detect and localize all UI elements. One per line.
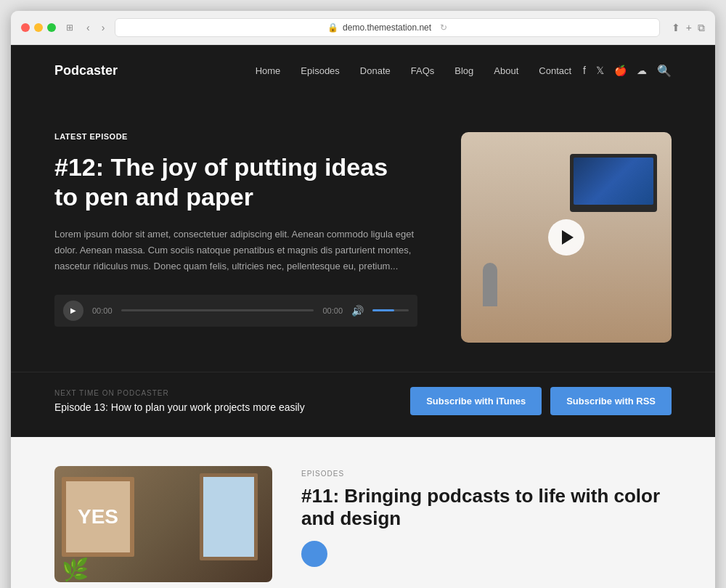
subscribe-buttons: Subscribe with iTunes Subscribe with RSS bbox=[410, 387, 672, 415]
twitter-icon[interactable]: 𝕏 bbox=[596, 65, 604, 76]
address-bar[interactable]: 🔒 demo.themestation.net ↻ bbox=[115, 18, 659, 37]
site-logo[interactable]: Podcaster bbox=[54, 63, 118, 78]
latest-episode-label: Latest Episode bbox=[54, 132, 417, 141]
monitor-shape bbox=[570, 154, 657, 212]
episode-avatar bbox=[301, 541, 327, 567]
play-triangle-icon bbox=[562, 230, 574, 245]
volume-bar[interactable] bbox=[372, 309, 409, 311]
microphone-shape bbox=[483, 263, 497, 306]
website-content: Podcaster Home Episodes Donate FAQs Blog… bbox=[11, 45, 715, 588]
share-button[interactable]: ⬆ bbox=[672, 22, 680, 34]
episode-info: EPISODES #11: Bringing podcasts to life … bbox=[301, 466, 672, 582]
back-button[interactable]: ‹ bbox=[83, 20, 93, 35]
browser-nav: ‹ › bbox=[83, 20, 107, 35]
nav-home[interactable]: Home bbox=[256, 65, 281, 76]
volume-fill bbox=[372, 309, 394, 311]
nav-contact[interactable]: Contact bbox=[539, 65, 571, 76]
episode-tag: EPISODES bbox=[301, 470, 672, 478]
progress-bar[interactable] bbox=[121, 309, 314, 311]
new-tab-button[interactable]: + bbox=[686, 22, 692, 34]
episode-thumbnail: YES 🌿 bbox=[54, 466, 272, 582]
window-icon-btn[interactable]: ⊞ bbox=[66, 23, 73, 33]
nav-faqs[interactable]: FAQs bbox=[411, 65, 435, 76]
forward-button[interactable]: › bbox=[99, 20, 108, 35]
facebook-icon[interactable]: f bbox=[583, 65, 586, 76]
hero-section: Latest Episode #12: The joy of putting i… bbox=[11, 96, 715, 372]
time-current: 00:00 bbox=[92, 306, 113, 315]
social-icons: f 𝕏 🍎 ☁ 🔍 bbox=[583, 64, 672, 78]
browser-window: ⊞ ‹ › 🔒 demo.themestation.net ↻ ⬆ + ⧉ Po… bbox=[11, 11, 715, 588]
plant-icon: 🌿 bbox=[62, 557, 89, 582]
browser-action-buttons: ⬆ + ⧉ bbox=[672, 22, 705, 34]
subscribe-itunes-button[interactable]: Subscribe with iTunes bbox=[410, 387, 542, 415]
frame-blue bbox=[200, 473, 258, 560]
video-play-button[interactable] bbox=[548, 219, 584, 256]
time-total: 00:00 bbox=[322, 306, 343, 315]
apple-icon[interactable]: 🍎 bbox=[614, 65, 627, 76]
hero-image bbox=[461, 132, 672, 343]
next-episode-info: NEXT TIME ON PODCASTER Episode 13: How t… bbox=[54, 389, 305, 413]
soundcloud-icon[interactable]: ☁ bbox=[637, 65, 647, 76]
next-episode-label: NEXT TIME ON PODCASTER bbox=[54, 389, 305, 397]
browser-toolbar: ⊞ ‹ › 🔒 demo.themestation.net ↻ ⬆ + ⧉ bbox=[11, 11, 715, 45]
close-dot[interactable] bbox=[21, 23, 30, 32]
hero-content: Latest Episode #12: The joy of putting i… bbox=[54, 132, 417, 327]
refresh-icon[interactable]: ↻ bbox=[440, 23, 447, 33]
audio-player: ▶ 00:00 00:00 🔊 bbox=[54, 295, 417, 327]
search-icon[interactable]: 🔍 bbox=[657, 64, 672, 78]
frame-yes: YES bbox=[62, 477, 134, 557]
next-episode-bar: NEXT TIME ON PODCASTER Episode 13: How t… bbox=[11, 372, 715, 437]
hero-description: Lorem ipsum dolor sit amet, consectetuer… bbox=[54, 226, 417, 274]
nav-blog[interactable]: Blog bbox=[454, 65, 473, 76]
minimize-dot[interactable] bbox=[34, 23, 43, 32]
window-controls bbox=[21, 23, 56, 32]
fullscreen-dot[interactable] bbox=[47, 23, 56, 32]
monitor-screen bbox=[574, 158, 653, 205]
next-episode-title: Episode 13: How to plan your work projec… bbox=[54, 401, 305, 413]
volume-icon[interactable]: 🔊 bbox=[351, 305, 364, 317]
site-header: Podcaster Home Episodes Donate FAQs Blog… bbox=[11, 45, 715, 96]
hero-title: #12: The joy of putting ideas to pen and… bbox=[54, 152, 417, 212]
tabs-button[interactable]: ⧉ bbox=[698, 22, 705, 34]
play-pause-button[interactable]: ▶ bbox=[63, 301, 83, 321]
url-text: demo.themestation.net bbox=[343, 23, 431, 33]
nav-episodes[interactable]: Episodes bbox=[301, 65, 339, 76]
nav-about[interactable]: About bbox=[494, 65, 518, 76]
episodes-section: YES 🌿 EPISODES #11: Bringing podcasts to… bbox=[11, 437, 715, 588]
security-icon: 🔒 bbox=[327, 23, 338, 33]
episode-title[interactable]: #11: Bringing podcasts to life with colo… bbox=[301, 485, 672, 530]
site-nav: Home Episodes Donate FAQs Blog About Con… bbox=[256, 65, 571, 76]
subscribe-rss-button[interactable]: Subscribe with RSS bbox=[550, 387, 672, 415]
nav-donate[interactable]: Donate bbox=[360, 65, 391, 76]
